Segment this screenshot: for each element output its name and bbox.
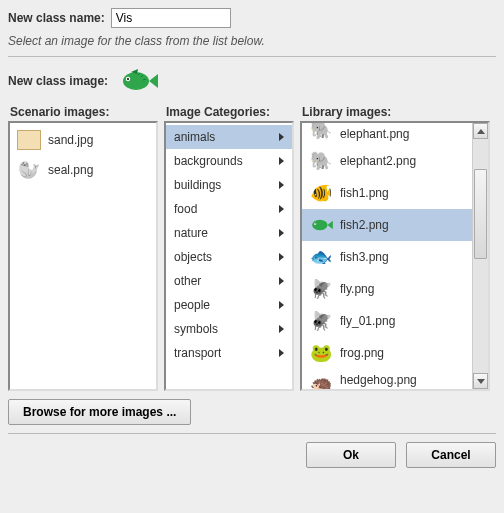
- library-item[interactable]: 🐠fish1.png: [302, 177, 472, 209]
- class-name-input[interactable]: [111, 8, 231, 28]
- frog-icon: 🐸: [308, 342, 334, 364]
- category-item[interactable]: backgrounds: [166, 149, 292, 173]
- class-image-label: New class image:: [8, 74, 108, 88]
- fish-green-icon: [308, 214, 334, 236]
- submenu-arrow-icon: [279, 205, 284, 213]
- scenario-item[interactable]: 🦭seal.png: [10, 155, 156, 185]
- submenu-arrow-icon: [279, 253, 284, 261]
- submenu-arrow-icon: [279, 229, 284, 237]
- category-item[interactable]: food: [166, 197, 292, 221]
- ok-button[interactable]: Ok: [306, 442, 396, 468]
- category-item-label: nature: [174, 226, 208, 240]
- library-item-label: fish2.png: [340, 218, 389, 232]
- class-image-preview: [114, 65, 162, 97]
- cancel-button[interactable]: Cancel: [406, 442, 496, 468]
- category-item[interactable]: other: [166, 269, 292, 293]
- svg-point-0: [123, 72, 149, 90]
- scenario-item[interactable]: sand.jpg: [10, 125, 156, 155]
- scroll-down-button[interactable]: [473, 373, 488, 389]
- library-item-label: frog.png: [340, 346, 384, 360]
- scroll-thumb[interactable]: [474, 169, 487, 259]
- library-item[interactable]: fish2.png: [302, 209, 472, 241]
- category-item-label: other: [174, 274, 201, 288]
- svg-marker-6: [328, 221, 333, 229]
- library-item[interactable]: 🐘elephant.png: [302, 121, 472, 145]
- browse-button[interactable]: Browse for more images ...: [8, 399, 191, 425]
- library-item-label: fly.png: [340, 282, 374, 296]
- library-listbox[interactable]: 🐘elephant.png🐘elephant2.png🐠fish1.pngfis…: [300, 121, 490, 391]
- scroll-up-button[interactable]: [473, 123, 488, 139]
- categories-listbox[interactable]: animalsbackgroundsbuildingsfoodnatureobj…: [164, 121, 294, 391]
- sand-icon: [16, 129, 42, 151]
- submenu-arrow-icon: [279, 133, 284, 141]
- submenu-arrow-icon: [279, 349, 284, 357]
- seal-icon: 🦭: [16, 159, 42, 181]
- submenu-arrow-icon: [279, 277, 284, 285]
- library-item-label: fish1.png: [340, 186, 389, 200]
- library-item-label: elephant2.png: [340, 154, 416, 168]
- elephant-icon: 🐘: [308, 121, 334, 141]
- fish-yellow-icon: 🐠: [308, 182, 334, 204]
- category-item-label: animals: [174, 130, 215, 144]
- library-item[interactable]: 🦔hedgehog.png: [302, 369, 472, 391]
- scenario-item-label: seal.png: [48, 163, 93, 177]
- fly-icon: 🪰: [308, 278, 334, 300]
- svg-point-4: [127, 78, 129, 80]
- library-item[interactable]: 🐟fish3.png: [302, 241, 472, 273]
- library-header: Library images:: [300, 105, 490, 119]
- category-item[interactable]: objects: [166, 245, 292, 269]
- library-item-label: fly_01.png: [340, 314, 395, 328]
- category-item-label: buildings: [174, 178, 221, 192]
- submenu-arrow-icon: [279, 325, 284, 333]
- library-item-label: elephant.png: [340, 127, 409, 141]
- scenario-header: Scenario images:: [8, 105, 158, 119]
- category-item[interactable]: symbols: [166, 317, 292, 341]
- library-item[interactable]: 🪰fly.png: [302, 273, 472, 305]
- category-item[interactable]: people: [166, 293, 292, 317]
- class-name-label: New class name:: [8, 11, 105, 25]
- submenu-arrow-icon: [279, 301, 284, 309]
- svg-marker-1: [149, 74, 158, 88]
- library-item[interactable]: 🐸frog.png: [302, 337, 472, 369]
- separator: [8, 433, 496, 434]
- svg-point-5: [312, 220, 327, 231]
- category-item-label: backgrounds: [174, 154, 243, 168]
- category-item-label: transport: [174, 346, 221, 360]
- scenario-item-label: sand.jpg: [48, 133, 93, 147]
- scenario-listbox[interactable]: sand.jpg🦭seal.png: [8, 121, 158, 391]
- library-item-label: fish3.png: [340, 250, 389, 264]
- category-item[interactable]: transport: [166, 341, 292, 365]
- select-image-hint: Select an image for the class from the l…: [8, 34, 496, 48]
- svg-point-8: [315, 223, 316, 224]
- submenu-arrow-icon: [279, 157, 284, 165]
- library-item[interactable]: 🪰fly_01.png: [302, 305, 472, 337]
- category-item-label: people: [174, 298, 210, 312]
- hedgehog-icon: 🦔: [308, 373, 334, 391]
- category-item[interactable]: animals: [166, 125, 292, 149]
- category-item-label: objects: [174, 250, 212, 264]
- separator: [8, 56, 496, 57]
- category-item-label: food: [174, 202, 197, 216]
- category-item[interactable]: nature: [166, 221, 292, 245]
- category-item-label: symbols: [174, 322, 218, 336]
- categories-header: Image Categories:: [164, 105, 294, 119]
- fish-striped-icon: 🐟: [308, 246, 334, 268]
- fly-icon: 🪰: [308, 310, 334, 332]
- library-scrollbar[interactable]: [472, 123, 488, 389]
- submenu-arrow-icon: [279, 181, 284, 189]
- library-item-label: hedgehog.png: [340, 373, 417, 387]
- library-item[interactable]: 🐘elephant2.png: [302, 145, 472, 177]
- fish-icon: [116, 67, 160, 95]
- category-item[interactable]: buildings: [166, 173, 292, 197]
- elephant-icon: 🐘: [308, 150, 334, 172]
